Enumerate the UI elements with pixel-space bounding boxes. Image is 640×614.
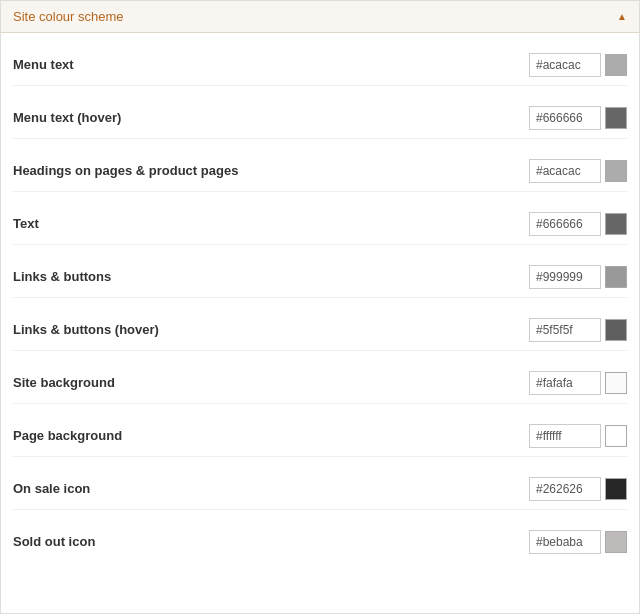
label-headings: Headings on pages & product pages <box>13 162 507 180</box>
label-links-buttons: Links & buttons <box>13 268 507 286</box>
label-page-background: Page background <box>13 427 507 445</box>
color-input-menu-text[interactable] <box>529 53 601 77</box>
color-input-page-background[interactable] <box>529 424 601 448</box>
color-row-links-buttons: Links & buttons <box>1 245 639 297</box>
control-headings <box>507 159 627 183</box>
color-row-sold-out-icon: Sold out icon <box>1 510 639 562</box>
color-row-on-sale-icon: On sale icon <box>1 457 639 509</box>
color-input-menu-text-hover[interactable] <box>529 106 601 130</box>
section-header[interactable]: Site colour scheme ▲ <box>1 1 639 33</box>
color-swatch-menu-text[interactable] <box>605 54 627 76</box>
color-swatch-headings[interactable] <box>605 160 627 182</box>
label-sold-out-icon: Sold out icon <box>13 533 507 551</box>
label-site-background: Site background <box>13 374 507 392</box>
control-links-buttons <box>507 265 627 289</box>
color-swatch-text[interactable] <box>605 213 627 235</box>
color-row-links-buttons-hover: Links & buttons (hover) <box>1 298 639 350</box>
color-input-site-background[interactable] <box>529 371 601 395</box>
color-input-links-buttons[interactable] <box>529 265 601 289</box>
color-swatch-on-sale-icon[interactable] <box>605 478 627 500</box>
control-page-background <box>507 424 627 448</box>
color-input-on-sale-icon[interactable] <box>529 477 601 501</box>
color-row-site-background: Site background <box>1 351 639 403</box>
color-row-headings: Headings on pages & product pages <box>1 139 639 191</box>
color-input-sold-out-icon[interactable] <box>529 530 601 554</box>
label-links-buttons-hover: Links & buttons (hover) <box>13 321 507 339</box>
color-row-text: Text <box>1 192 639 244</box>
color-swatch-sold-out-icon[interactable] <box>605 531 627 553</box>
color-row-menu-text: Menu text <box>1 33 639 85</box>
control-on-sale-icon <box>507 477 627 501</box>
control-sold-out-icon <box>507 530 627 554</box>
control-site-background <box>507 371 627 395</box>
color-rows: Menu textMenu text (hover)Headings on pa… <box>1 33 639 572</box>
label-text: Text <box>13 215 507 233</box>
color-swatch-links-buttons-hover[interactable] <box>605 319 627 341</box>
color-row-page-background: Page background <box>1 404 639 456</box>
color-swatch-site-background[interactable] <box>605 372 627 394</box>
control-text <box>507 212 627 236</box>
label-on-sale-icon: On sale icon <box>13 480 507 498</box>
label-menu-text: Menu text <box>13 56 507 74</box>
color-swatch-links-buttons[interactable] <box>605 266 627 288</box>
collapse-icon[interactable]: ▲ <box>617 11 627 22</box>
color-input-headings[interactable] <box>529 159 601 183</box>
section-title: Site colour scheme <box>13 9 124 24</box>
control-menu-text <box>507 53 627 77</box>
color-swatch-menu-text-hover[interactable] <box>605 107 627 129</box>
label-menu-text-hover: Menu text (hover) <box>13 109 507 127</box>
color-swatch-page-background[interactable] <box>605 425 627 447</box>
control-links-buttons-hover <box>507 318 627 342</box>
color-input-links-buttons-hover[interactable] <box>529 318 601 342</box>
site-colour-scheme-panel: Site colour scheme ▲ Menu textMenu text … <box>0 0 640 614</box>
color-row-menu-text-hover: Menu text (hover) <box>1 86 639 138</box>
color-input-text[interactable] <box>529 212 601 236</box>
control-menu-text-hover <box>507 106 627 130</box>
